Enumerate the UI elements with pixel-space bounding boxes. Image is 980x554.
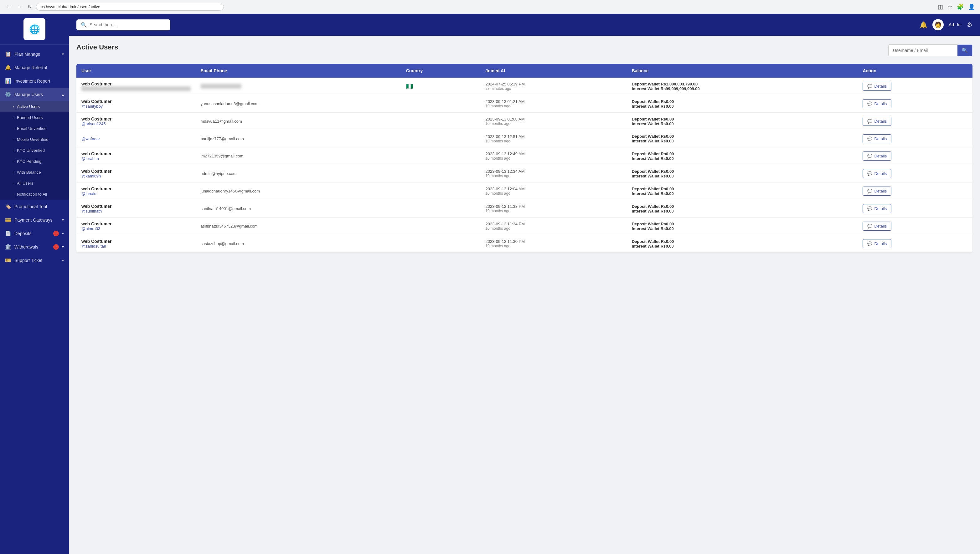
settings-icon[interactable]: ⚙ (967, 21, 972, 29)
details-button[interactable]: 💬 Details (862, 239, 891, 248)
sidebar-item-support-ticket[interactable]: 🎫 Support Ticket ▾ (0, 253, 69, 267)
user-cell: web Costumer@nimra03 (76, 218, 196, 235)
cast-icon[interactable]: ◫ (938, 3, 943, 10)
email-text: sastazshop@gmail.com (201, 241, 244, 246)
details-icon: 💬 (867, 102, 872, 106)
sidebar-label-deposits: Deposits (14, 231, 50, 236)
details-button[interactable]: 💬 Details (862, 221, 891, 231)
avatar[interactable]: 🧑 (932, 19, 944, 30)
table-row: web Costumer@ariyan1245mdsvua11@gmail.co… (76, 113, 972, 130)
email-text: sunilnath14001@gmail.com (201, 206, 251, 211)
sidebar-item-withdrawals[interactable]: 🏛️ Withdrawals ! ▾ (0, 240, 69, 253)
label-email-unverified: Email Unverified (17, 126, 47, 131)
joined-cell: 2023-09-13 12:04 AM10 months ago (480, 183, 626, 200)
deposit-wallet: Deposit Wallet Rs0.00 (632, 117, 853, 121)
table-row: web Costumer@sunilnathsunilnath14001@gma… (76, 200, 972, 218)
details-button[interactable]: 💬 Details (862, 151, 891, 161)
profile-icon[interactable]: 👤 (968, 3, 975, 10)
balance-cell: Deposit Wallet Rs0.00Interest Wallet Rs0… (627, 183, 858, 200)
table-row: web Costumer@junaidjunaidchaudhry1456@gm… (76, 183, 972, 200)
deposits-arrow: ▾ (62, 231, 64, 236)
sidebar-subitem-all-users[interactable]: ○ All Users (0, 178, 69, 189)
sidebar-item-payment-gateways[interactable]: 💳 Payment Gateways ▾ (0, 213, 69, 227)
interest-wallet: Interest Wallet Rs0.00 (632, 104, 853, 108)
sidebar-item-manage-referral[interactable]: 🔔 Manage Referral (0, 61, 69, 74)
search-input[interactable] (89, 22, 166, 27)
sidebar-subitem-banned-users[interactable]: ○ Banned Users (0, 112, 69, 123)
sidebar-item-promotional-tool[interactable]: 🏷️ Promotional Tool (0, 200, 69, 213)
joined-cell: 2023-09-13 12:49 AM10 months ago (480, 147, 626, 165)
email-text: yunusasaniadamu8@gmail.com (201, 102, 259, 106)
sidebar-item-investment-report[interactable]: 📊 Investment Report (0, 74, 69, 88)
email-cell: sunilnath14001@gmail.com (196, 200, 401, 218)
sidebar-subitem-email-unverified[interactable]: ○ Email Unverified (0, 123, 69, 134)
user-name: web Costumer (81, 99, 191, 104)
details-button[interactable]: 💬 Details (862, 169, 891, 178)
joined-date: 2023-09-13 01:21 AM (485, 99, 621, 104)
details-icon: 💬 (867, 189, 872, 193)
details-button[interactable]: 💬 Details (862, 186, 891, 196)
url-bar[interactable]: cs.hwym.club/admin/users/active (36, 3, 224, 11)
action-cell: 💬 Details (857, 78, 972, 95)
user-search-input[interactable] (889, 45, 958, 56)
joined-date: 2023-09-13 12:49 AM (485, 151, 621, 156)
plan-manage-arrow: ▾ (62, 52, 64, 56)
user-name: web Costumer (81, 239, 191, 244)
sidebar-subitem-kyc-unverified[interactable]: ○ KYC Unverified (0, 145, 69, 156)
logo-box: 🌐 (24, 18, 45, 40)
joined-cell: 2023-09-13 12:34 AM10 months ago (480, 165, 626, 183)
user-search-button[interactable]: 🔍 (958, 45, 972, 56)
user-cell: @wafadar (76, 130, 196, 147)
sidebar-item-manage-users[interactable]: ⚙️ Manage Users ▴ (0, 88, 69, 101)
user-handle: @kami69n (81, 174, 191, 178)
sidebar-label-promotional-tool: Promotional Tool (14, 204, 64, 209)
back-button[interactable]: ← (5, 3, 13, 11)
notification-bell-icon[interactable]: 🔔 (919, 21, 927, 29)
joined-cell: 2024-07-25 06:19 PM27 minutes ago (480, 78, 626, 95)
user-handle: @ariyan1245 (81, 121, 191, 126)
sidebar-subitem-active-users[interactable]: ● Active Users (0, 101, 69, 112)
email-text: xxxxxxxxxxxxxxxxxxxx (201, 84, 241, 89)
details-button[interactable]: 💬 Details (862, 134, 891, 143)
logo-icon: 🌐 (29, 24, 40, 34)
country-cell (401, 147, 481, 165)
bookmark-icon[interactable]: ☆ (947, 3, 953, 10)
page-title: Active Users (76, 43, 118, 51)
joined-ago: 10 months ago (485, 209, 621, 213)
sidebar-label-manage-referral: Manage Referral (14, 65, 64, 70)
manage-users-icon: ⚙️ (5, 91, 11, 97)
joined-ago: 10 months ago (485, 156, 621, 161)
extension-icon[interactable]: 🧩 (957, 3, 964, 10)
dot-kyc-unverified: ○ (13, 149, 14, 152)
balance-cell: Deposit Wallet Rs1,000,003,799.00Interes… (627, 78, 858, 95)
details-icon: 💬 (867, 241, 872, 246)
manage-users-arrow: ▴ (62, 92, 64, 97)
reload-button[interactable]: ↻ (26, 3, 33, 11)
email-text: im2721359@gmail.com (201, 154, 244, 158)
user-handle: @zahidsultan (81, 244, 191, 248)
sidebar-subitem-mobile-unverified[interactable]: ○ Mobile Unverified (0, 134, 69, 145)
details-button[interactable]: 💬 Details (862, 117, 891, 126)
sidebar-subitem-kyc-pending[interactable]: ○ KYC Pending (0, 156, 69, 167)
user-cell: web Costumer@ibrahim (76, 147, 196, 165)
withdrawals-badge: ! (53, 244, 59, 250)
joined-date: 2023-09-13 12:51 AM (485, 134, 621, 139)
sidebar-subitem-with-balance[interactable]: ○ With Balance (0, 167, 69, 178)
sidebar-logo: 🌐 (0, 14, 69, 45)
table-row: web Costumer@kami69nadmin@hyiprio.com202… (76, 165, 972, 183)
joined-date: 2023-09-12 11:30 PM (485, 239, 621, 244)
sidebar-item-plan-manage[interactable]: 📋 Plan Manage ▾ (0, 47, 69, 61)
url-text: cs.hwym.club/admin/users/active (41, 5, 100, 9)
header-search[interactable]: 🔍 (76, 19, 171, 30)
details-button[interactable]: 💬 Details (862, 204, 891, 213)
user-handle: @sunilnath (81, 209, 191, 213)
sidebar-item-deposits[interactable]: 📄 Deposits ! ▾ (0, 227, 69, 240)
details-button[interactable]: 💬 Details (862, 82, 891, 91)
details-button[interactable]: 💬 Details (862, 99, 891, 108)
sidebar-label-withdrawals: Withdrawals (14, 244, 50, 250)
sidebar-subitem-notification-to-all[interactable]: ○ Notification to All (0, 189, 69, 200)
joined-date: 2023-09-12 11:34 PM (485, 221, 621, 226)
action-cell: 💬 Details (857, 147, 972, 165)
joined-cell: 2023-09-12 11:30 PM10 months ago (480, 235, 626, 253)
forward-button[interactable]: → (16, 3, 23, 11)
